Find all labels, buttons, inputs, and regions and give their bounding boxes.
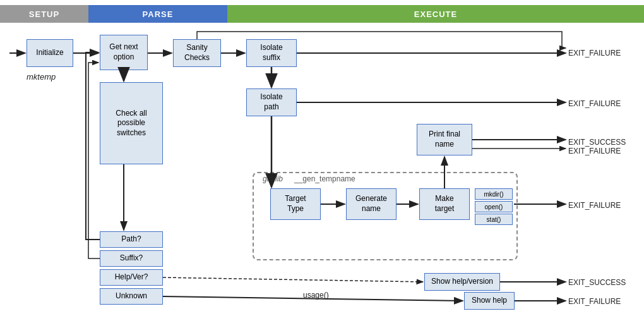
open-box: open() bbox=[475, 201, 513, 212]
print-final-name-box: Print finalname bbox=[417, 124, 472, 155]
phase-bar: SETUP PARSE EXECUTE bbox=[0, 5, 644, 23]
exit-failure-5: EXIT_FAILURE bbox=[568, 297, 621, 306]
phase-setup: SETUP bbox=[0, 5, 88, 23]
generate-name-box: Generatename bbox=[346, 188, 397, 220]
suffix-box: Suffix? bbox=[100, 250, 163, 267]
usage-label: usage() bbox=[303, 291, 329, 300]
gnulib-label: gnulib bbox=[263, 174, 283, 183]
exit-success-1: EXIT_SUCCESS bbox=[568, 138, 626, 147]
get-next-option-box: Get nextoption bbox=[100, 35, 148, 70]
gen-tempname-label: __gen_tempname bbox=[294, 174, 355, 183]
make-target-box: Maketarget bbox=[419, 188, 470, 220]
exit-failure-3: EXIT_FAILURE bbox=[568, 147, 621, 155]
sanity-checks-box: SanityChecks bbox=[173, 39, 221, 67]
unknown-box: Unknown bbox=[100, 288, 163, 305]
target-type-box: TargetType bbox=[270, 188, 321, 220]
show-help-version-box: Show help/version bbox=[424, 273, 500, 291]
svg-line-16 bbox=[163, 277, 423, 282]
show-help-box: Show help bbox=[464, 292, 515, 310]
exit-failure-4: EXIT_FAILURE bbox=[568, 201, 621, 210]
arrows-layer bbox=[0, 0, 644, 316]
exit-failure-2: EXIT_FAILURE bbox=[568, 99, 621, 108]
check-switches-box: Check allpossibleswitches bbox=[100, 82, 163, 164]
path-box: Path? bbox=[100, 231, 163, 248]
mktemp-label: mktemp bbox=[27, 72, 56, 82]
stat-box: stat() bbox=[475, 214, 513, 225]
exit-failure-1: EXIT_FAILURE bbox=[568, 49, 621, 58]
exit-success-2: EXIT_SUCCESS bbox=[568, 278, 626, 287]
help-ver-box: Help/Ver? bbox=[100, 269, 163, 286]
phase-parse: PARSE bbox=[88, 5, 227, 23]
isolate-suffix-box: Isolatesuffix bbox=[246, 39, 297, 67]
phase-execute: EXECUTE bbox=[227, 5, 644, 23]
isolate-path-box: Isolatepath bbox=[246, 88, 297, 116]
initialize-box: Initialize bbox=[27, 39, 73, 67]
mkdir-box: mkdir() bbox=[475, 188, 513, 200]
